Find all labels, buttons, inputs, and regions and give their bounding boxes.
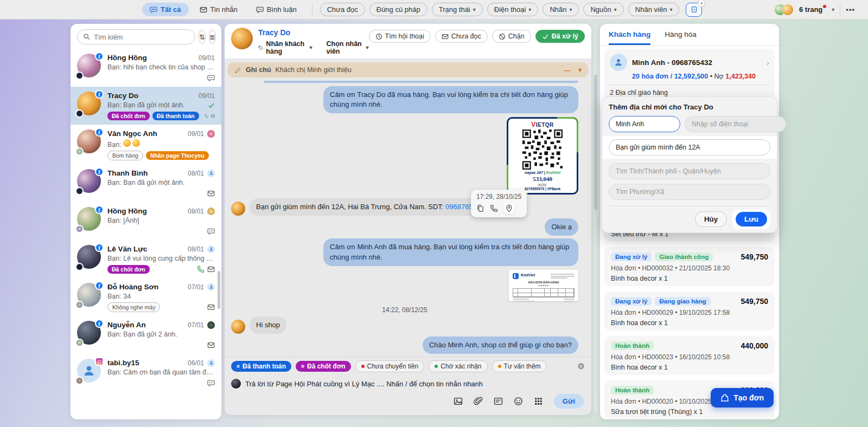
conversation-item[interactable]: f Hồng Hồng09/01 Bạn: hihi bạn check tin…	[71, 49, 221, 87]
tag-da-chot-don[interactable]: Đã chốt đơn	[107, 265, 150, 274]
paperclip-icon[interactable]	[474, 397, 483, 406]
tag-da-chot-don[interactable]: Đã chốt đơn	[107, 112, 150, 120]
mark-done-button[interactable]: Đã xử lý	[535, 30, 585, 43]
chat-scrollbar[interactable]	[593, 26, 598, 413]
filter-unread[interactable]: Chưa đọc	[320, 3, 365, 16]
vietqr-payment-image[interactable]: VIETQR napas 247 | KiotViet 533,040 KOV …	[507, 117, 578, 195]
tag-nhan-page[interactable]: Nhãn page Thocyeu	[146, 151, 209, 160]
mail-icon[interactable]	[207, 341, 215, 349]
collapse-note-icon[interactable]: —	[564, 66, 571, 74]
note-banner[interactable]: Ghi chú Khách chị Minh giới thiệu — ▾	[228, 62, 588, 77]
save-button[interactable]: Lưu	[736, 212, 767, 227]
call-icon[interactable]	[490, 204, 498, 212]
quick-tag-not-transferred[interactable]: Chưa chuyển tiền	[355, 360, 425, 372]
filter-phone[interactable]: Điện thoại▾	[487, 3, 539, 16]
tab-messages[interactable]: Tin nhắn	[192, 3, 245, 16]
search-input[interactable]	[94, 33, 189, 41]
ward-input[interactable]	[609, 184, 770, 200]
tag-bom-hang[interactable]: Bom hàng	[107, 151, 143, 160]
sidebar-scrollbar[interactable]	[218, 271, 220, 309]
invoice-image[interactable]: KiotViet HÓA ĐƠN BÁN HÀNG ■ ■ ■ ■ ■	[509, 270, 578, 301]
template-message-icon[interactable]	[494, 397, 503, 406]
order-card[interactable]: Đang xử lý Giao thành công 549,750 Hóa đ…	[604, 247, 775, 286]
emoji-icon[interactable]	[514, 397, 523, 406]
mark-unread-button[interactable]: Chưa đọc	[435, 30, 488, 43]
message-avatar	[231, 320, 245, 334]
copy-icon[interactable]	[476, 204, 484, 212]
invoice-count[interactable]: 20 hóa đơn	[632, 73, 668, 80]
conversation-item[interactable]: tabi.by1506/01 Bạn: Cảm ơn bạn đã quan t…	[71, 354, 221, 392]
chevron-down-icon[interactable]: ▾	[832, 7, 834, 12]
image-icon[interactable]	[454, 397, 463, 406]
sort-button[interactable]: ⇅	[199, 30, 206, 44]
order-card[interactable]: Hoàn thành 440,000 Hóa đơn • HD000023 • …	[604, 336, 775, 375]
filter-status[interactable]: Trạng thái▾	[432, 3, 483, 16]
chevron-right-icon[interactable]: ›	[767, 58, 769, 67]
chevron-down-icon: ▾	[309, 45, 312, 50]
conversation-item[interactable]: f Văn Ngọc Anh09/01 Bạn: Bom hàng Nhãn p…	[71, 125, 221, 164]
find-conversation-button[interactable]: Tìm hội thoại	[369, 30, 431, 43]
quick-tag-closed[interactable]: Đã chốt đơn	[296, 361, 351, 372]
phone-icon[interactable]	[205, 112, 208, 120]
order-product: Bình hoa decor x 1	[611, 364, 768, 371]
message-bubble: Chào Minh Anh, shop có thể giúp gì cho b…	[423, 337, 578, 354]
customer-avatar	[610, 54, 627, 71]
mail-icon[interactable]	[207, 190, 215, 197]
reply-bar[interactable]: Trả lời từ Page Hội Phát cuồng vì Lý Mạc…	[225, 374, 591, 390]
recipient-name-input[interactable]	[609, 116, 680, 132]
conversation-item-selected[interactable]: f Tracy Do09/01 Bạn: Bạn đã gửi một ảnh.…	[71, 87, 221, 125]
page-avatar	[782, 4, 794, 16]
filter-syntax[interactable]: Đúng cú pháp	[369, 3, 427, 16]
mail-icon[interactable]	[207, 266, 215, 273]
conversation-item[interactable]: f Thanh Bình08/01 Bạn: Bạn đã gửi một ản…	[71, 164, 221, 202]
tag-da-thanh-toan[interactable]: Đã thanh toán	[152, 112, 199, 120]
cancel-button[interactable]: Hủy	[695, 211, 727, 227]
mail-icon[interactable]	[207, 303, 215, 311]
comment-icon	[256, 6, 264, 14]
conversation-date: 07/01	[188, 283, 204, 291]
saved-filter-button[interactable]: ×	[686, 3, 702, 17]
create-order-button[interactable]: Tạo đơn	[711, 388, 774, 407]
filter-staff[interactable]: Nhân viên▾	[628, 3, 680, 16]
tab-products[interactable]: Hàng hóa	[665, 30, 697, 45]
pages-selector[interactable]: 6 trang	[799, 5, 826, 14]
mail-icon[interactable]	[211, 112, 215, 120]
filter-bar: Chưa đọc Đúng cú pháp Trạng thái▾ Điện t…	[320, 3, 703, 17]
staff-dropdown[interactable]: Chọn nhân viên ▾	[326, 40, 368, 55]
phone-input[interactable]	[685, 116, 786, 132]
conversation-item[interactable]: f Đỗ Hoàng Sơn07/01 Bạn: 34 Không nghe m…	[71, 278, 221, 316]
search-box[interactable]	[77, 29, 195, 44]
quick-tag-paid[interactable]: Đã thanh toán	[231, 361, 291, 372]
province-input[interactable]	[609, 163, 770, 179]
chevron-down-icon[interactable]: ▾	[578, 67, 582, 73]
conversation-item[interactable]: f Hồng Hồng08/01 Bạn: [Ảnh]	[71, 202, 221, 240]
quick-tag-pending[interactable]: Chờ xác nhận	[429, 360, 487, 372]
tab-comments[interactable]: Bình luận	[248, 3, 304, 16]
block-button[interactable]: Chặn	[492, 30, 531, 43]
customer-label-dropdown[interactable]: Nhãn khách hàng ▾	[258, 40, 312, 55]
address-input[interactable]	[609, 139, 770, 156]
location-pin-icon[interactable]	[505, 204, 513, 212]
reply-hint[interactable]: Trả lời từ Page Hội Phát cuồng vì Lý Mạc…	[245, 380, 483, 388]
apps-grid-icon[interactable]	[534, 397, 543, 406]
conversation-date: 08/01	[188, 208, 204, 215]
save-address-highlight[interactable]	[503, 203, 515, 214]
clear-filter-icon[interactable]: ×	[698, 0, 705, 7]
filter-source[interactable]: Nguồn▾	[583, 3, 623, 16]
conversation-preview: Bạn: Bạn đã gửi một ảnh.	[107, 101, 205, 109]
tag-khong-nghe-may[interactable]: Không nghe máy	[107, 302, 160, 312]
conversation-item[interactable]: f Lê Văn Lực08/01 Bạn: Lê vui lòng cung …	[71, 240, 221, 278]
phone-icon[interactable]	[197, 266, 205, 273]
order-card[interactable]: Đang xử lý Đang giao hàng 549,750 Hóa đơ…	[604, 292, 775, 331]
send-button[interactable]: Gửi	[554, 394, 584, 409]
list-filter-button[interactable]: ≣	[209, 30, 216, 44]
chat-contact-name[interactable]: Tracy Do	[258, 28, 369, 37]
message-list[interactable]: Cảm ơn Tracy Do đã mua hàng. Bạn vui lòn…	[225, 77, 591, 357]
conversation-item[interactable]: f Nguyễn An07/01 Bạn: Bạn đã gửi 2 ảnh.	[71, 316, 221, 354]
gear-icon[interactable]: ⚙	[578, 361, 585, 371]
filter-label[interactable]: Nhãn▾	[542, 3, 579, 16]
tab-all[interactable]: Tất cả	[142, 3, 189, 16]
tab-customer[interactable]: Khách hàng	[609, 30, 650, 45]
more-menu-icon[interactable]: •••	[846, 5, 855, 14]
quick-tag-consult[interactable]: Tư vấn thêm	[492, 360, 547, 372]
